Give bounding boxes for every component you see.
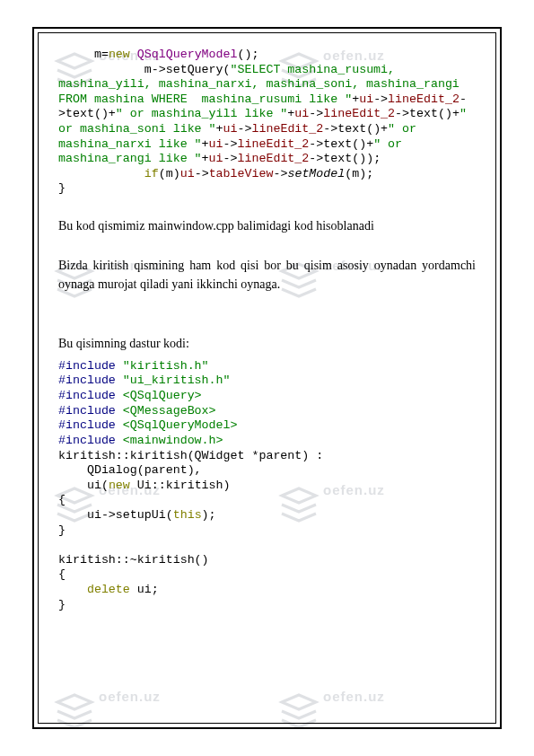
paragraph-1: Bu kod qismimiz mainwindow.cpp balimidag… [58, 216, 476, 236]
code-block-1: m=new QSqlQueryModel(); m->setQuery("SEL… [58, 48, 476, 197]
page-border-inner: m=new QSqlQueryModel(); m->setQuery("SEL… [38, 32, 496, 724]
paragraph-3: Bu qisimning dastur kodi: [58, 334, 476, 354]
page: oefen.uz oefen.uz oefen.uz oefen.uz oefe… [0, 0, 534, 756]
code-block-2: #include "kiritish.h" #include "ui_kirit… [58, 359, 476, 612]
paragraph-2: Bizda kiritish qismining ham kod qisi bo… [58, 256, 476, 294]
